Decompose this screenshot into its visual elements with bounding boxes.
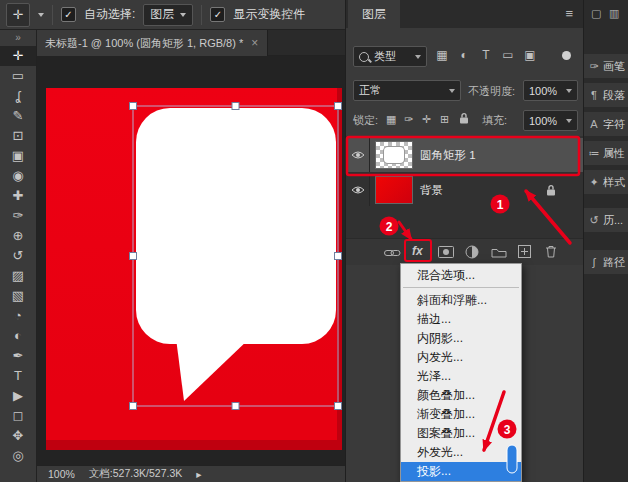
- auto-select-target-dropdown[interactable]: 图层: [143, 4, 193, 26]
- menu-item-blending-options[interactable]: 混合选项...: [401, 266, 521, 285]
- lock-label: 锁定:: [353, 113, 378, 128]
- filter-shape-layers-icon[interactable]: ▭: [500, 48, 516, 62]
- layer-thumbnail[interactable]: [376, 142, 412, 168]
- layer-lock-icon: [546, 184, 556, 197]
- lock-position-icon[interactable]: ✛: [422, 113, 431, 126]
- lasso-tool[interactable]: ʆ: [0, 86, 36, 106]
- blur-tool[interactable]: ◔: [0, 306, 36, 326]
- history-brush-tool[interactable]: ↺: [0, 246, 36, 266]
- dock-collapse-icon[interactable]: ▢: [591, 7, 601, 20]
- filter-adjustment-layers-icon[interactable]: ◐: [456, 48, 472, 62]
- speech-bubble-layer[interactable]: [36, 56, 345, 465]
- layer-list: 圆角矩形 1 背景: [346, 136, 583, 238]
- menu-item-stroke[interactable]: 描边...: [401, 310, 521, 329]
- crop-tool[interactable]: ⊡: [0, 126, 36, 146]
- layer-thumbnail[interactable]: [376, 177, 412, 203]
- zoom-level[interactable]: 100%: [48, 468, 75, 480]
- handle-top-center[interactable]: [232, 103, 239, 110]
- handle-middle-right[interactable]: [335, 253, 342, 260]
- toolbox-collapse-icon[interactable]: »: [0, 30, 36, 46]
- layer-name[interactable]: 背景: [420, 183, 443, 198]
- filter-type-layers-icon[interactable]: T: [478, 48, 494, 62]
- eyedropper-tool[interactable]: ◉: [0, 166, 36, 186]
- chevron-down-icon: [180, 13, 186, 17]
- menu-item-inner-shadow[interactable]: 内阴影...: [401, 329, 521, 348]
- handle-middle-left[interactable]: [130, 253, 137, 260]
- menu-item-gradient-overlay[interactable]: 渐变叠加...: [401, 405, 521, 424]
- brush-tool[interactable]: ✑: [0, 206, 36, 226]
- panel-tab-history[interactable]: ↺历...: [584, 208, 628, 232]
- delete-layer-trash-icon[interactable]: [545, 245, 557, 258]
- hand-tool[interactable]: ✥: [0, 426, 36, 446]
- new-adjustment-layer-icon[interactable]: [465, 245, 479, 259]
- rectangle-tool[interactable]: ◻: [0, 406, 36, 426]
- panel-tab-character[interactable]: A字符: [584, 112, 628, 136]
- new-group-folder-icon[interactable]: [491, 246, 507, 258]
- dock-workspace-icon[interactable]: ▥: [609, 7, 619, 20]
- document-tab[interactable]: 未标题-1 @ 100% (圆角矩形 1, RGB/8) * ×: [36, 30, 268, 56]
- current-tool-icon[interactable]: ✛: [6, 3, 30, 27]
- layers-panel-footer: fx: [346, 238, 583, 265]
- handle-bottom-left[interactable]: [130, 403, 137, 410]
- show-transform-controls-checkbox[interactable]: ✓: [210, 7, 225, 22]
- path-selection-tool[interactable]: ▶: [0, 386, 36, 406]
- auto-select-checkbox[interactable]: ✓: [61, 7, 76, 22]
- add-layer-mask-icon[interactable]: [438, 246, 454, 258]
- panel-tab-styles[interactable]: ✦样式: [584, 170, 628, 194]
- filter-toggle-icon[interactable]: [562, 51, 571, 60]
- layer-style-fx-button[interactable]: fx: [412, 244, 423, 258]
- panel-tab-brush[interactable]: ✑画笔: [584, 54, 628, 78]
- layer-name[interactable]: 圆角矩形 1: [420, 148, 476, 163]
- handle-top-right[interactable]: [335, 103, 342, 110]
- panel-tab-paragraph[interactable]: ¶段落: [584, 83, 628, 107]
- dodge-tool[interactable]: ◐: [0, 326, 36, 346]
- menu-item-bevel-emboss[interactable]: 斜面和浮雕...: [401, 291, 521, 310]
- lock-artboard-icon[interactable]: ⊞: [440, 113, 449, 126]
- tab-layers[interactable]: 图层: [348, 0, 400, 28]
- pen-tool[interactable]: ✒: [0, 346, 36, 366]
- type-tool[interactable]: T: [0, 366, 36, 386]
- menu-item-inner-glow[interactable]: 内发光...: [401, 348, 521, 367]
- handle-top-left[interactable]: [130, 103, 137, 110]
- filter-pixel-layers-icon[interactable]: ▦: [434, 48, 450, 62]
- link-layers-icon[interactable]: [384, 248, 401, 258]
- lock-all-icon[interactable]: [459, 112, 469, 125]
- fill-dropdown[interactable]: 100%: [523, 110, 578, 131]
- brush-icon: ✑: [588, 60, 600, 73]
- filter-smart-objects-icon[interactable]: ▣: [522, 48, 538, 62]
- panel-menu-icon[interactable]: ≡: [565, 6, 573, 21]
- move-tool[interactable]: ✛: [0, 46, 36, 66]
- handle-bottom-right[interactable]: [335, 403, 342, 410]
- status-popup-chevron-icon[interactable]: ▸: [196, 468, 201, 480]
- menu-item-satin[interactable]: 光泽...: [401, 367, 521, 386]
- clone-stamp-tool[interactable]: ⊕: [0, 226, 36, 246]
- rectangular-marquee-tool[interactable]: ▭: [0, 66, 36, 86]
- speech-bubble-body[interactable]: [136, 108, 336, 344]
- lock-transparent-pixels-icon[interactable]: ▦: [386, 113, 396, 126]
- eraser-tool[interactable]: ▨: [0, 266, 36, 286]
- zoom-tool[interactable]: ◎: [0, 446, 36, 466]
- layer-row-rounded-rectangle-1[interactable]: 圆角矩形 1: [346, 138, 583, 172]
- blend-mode-dropdown[interactable]: 正常: [353, 80, 461, 101]
- speech-bubble-tail[interactable]: [176, 338, 250, 401]
- spot-healing-brush-tool[interactable]: ✚: [0, 186, 36, 206]
- quick-selection-tool[interactable]: ✎: [0, 106, 36, 126]
- menu-item-color-overlay[interactable]: 颜色叠加...: [401, 386, 521, 405]
- layer-row-background[interactable]: 背景: [346, 174, 583, 206]
- close-tab-icon[interactable]: ×: [251, 36, 258, 50]
- panel-tab-properties[interactable]: ≔属性: [584, 141, 628, 165]
- tool-preset-caret-icon[interactable]: [38, 13, 44, 17]
- opacity-dropdown[interactable]: 100%: [523, 80, 578, 101]
- handle-bottom-center[interactable]: [232, 403, 239, 410]
- visibility-eye-icon[interactable]: [346, 174, 370, 206]
- lock-image-pixels-icon[interactable]: ✑: [404, 113, 413, 126]
- layer-filter-type-dropdown[interactable]: 类型: [353, 46, 427, 67]
- menu-item-outer-glow[interactable]: 外发光...: [401, 443, 521, 462]
- menu-item-pattern-overlay[interactable]: 图案叠加...: [401, 424, 521, 443]
- visibility-eye-icon[interactable]: [346, 138, 370, 172]
- menu-item-drop-shadow[interactable]: 投影...: [401, 462, 521, 481]
- panel-tab-paths[interactable]: ʃ路径: [584, 250, 628, 274]
- frame-tool[interactable]: ▣: [0, 146, 36, 166]
- new-layer-icon[interactable]: [518, 245, 531, 258]
- gradient-tool[interactable]: ▧: [0, 286, 36, 306]
